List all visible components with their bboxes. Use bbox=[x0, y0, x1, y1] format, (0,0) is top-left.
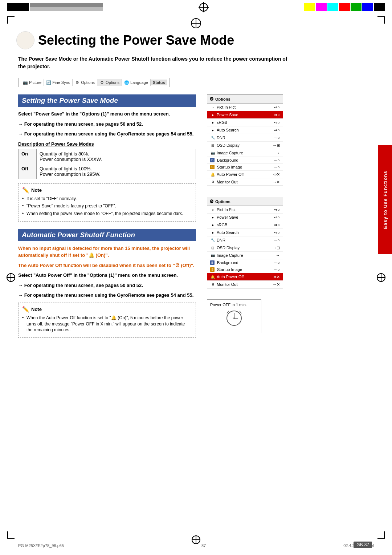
note-list-1: It is set to "OFF" normally. "Power Save… bbox=[22, 196, 192, 217]
power-off-text: Power OFF in 1 min. bbox=[210, 303, 258, 307]
imgcap-label: Image Capture bbox=[217, 151, 243, 155]
opt2-pict-in-pict: ○Pict In Pict ⇔○ bbox=[207, 206, 283, 214]
srgb-icon: ● bbox=[210, 120, 215, 125]
table-on-label: On bbox=[19, 149, 37, 164]
menu-picture[interactable]: 📷 Picture bbox=[21, 79, 44, 86]
svg-point-3 bbox=[233, 317, 235, 319]
section1-title-bar: Setting the Power Save Mode bbox=[18, 94, 196, 107]
pict-controls: ⇔○ bbox=[274, 105, 280, 110]
opt2-imgcap-icon: 📷 bbox=[210, 253, 215, 258]
menu-options1[interactable]: ⚙ Options bbox=[73, 79, 97, 86]
section2-orange-text2: The Auto Power Off function will be disa… bbox=[18, 262, 196, 269]
opt1-monitor-out: 🖥Monitor Out →✕ bbox=[207, 178, 283, 186]
dnr-label: DNR bbox=[217, 135, 225, 140]
desc-heading: Description of Power Save Modes bbox=[18, 141, 196, 147]
options1-icon: ⚙ bbox=[75, 80, 80, 85]
options-icon-1: ⚙ bbox=[209, 96, 214, 102]
pict-label: Pict In Pict bbox=[217, 105, 236, 109]
section2-arrow2: For operating the menu screen using the … bbox=[18, 292, 196, 299]
opt1-auto-search: ●Auto Search ⇔○ bbox=[207, 126, 283, 134]
note-label-1: Note bbox=[31, 187, 42, 193]
top-registration-marks bbox=[0, 0, 392, 15]
opt2-bg-label: Background bbox=[217, 260, 238, 265]
opt1-srgb: ●sRGB ⇔○ bbox=[207, 119, 283, 126]
opt2-ps-controls: ⇔○ bbox=[274, 215, 280, 220]
opt2-power-save: ●Power Save ⇔○ bbox=[207, 214, 283, 221]
note-icon-1: ✏️ bbox=[22, 187, 29, 194]
note-item: It is set to "OFF" normally. bbox=[22, 196, 192, 202]
section1-arrow1: For operating the menu screen, see pages… bbox=[18, 121, 196, 128]
pict-icon: ○ bbox=[210, 105, 215, 110]
opt2-osd-label: OSD Display bbox=[217, 246, 240, 250]
opt1-dnr: 🔧DNR →○ bbox=[207, 134, 283, 142]
menu-status[interactable]: Status bbox=[151, 80, 167, 85]
opt2-apo-icon: 🔔 bbox=[210, 274, 215, 279]
opt2-srgb: ●sRGB ⇔○ bbox=[207, 221, 283, 229]
opt1-power-save: ●Power Save ⇔○ bbox=[207, 111, 283, 119]
bg-controls: →○ bbox=[273, 158, 280, 162]
corner-mark-br bbox=[377, 531, 385, 539]
opt2-imgcap-label: Image Capture bbox=[217, 253, 243, 258]
bg-icon: B bbox=[210, 158, 215, 162]
svg-line-5 bbox=[240, 311, 241, 313]
opt2-monitor-out: 🖥Monitor Out →✕ bbox=[207, 281, 283, 288]
opt2-mo-label: Monitor Out bbox=[217, 282, 237, 287]
section1-arrow2: For operating the menu screen using the … bbox=[18, 130, 196, 138]
corner-mark-tl bbox=[7, 16, 15, 24]
opt2-srgb-icon: ● bbox=[210, 222, 215, 227]
menu-bar: 📷 Picture 🔄 Fine Sync ⚙ Options ⚙ Option… bbox=[18, 78, 170, 87]
picture-icon: 📷 bbox=[23, 80, 28, 85]
page-number: GB-87 bbox=[354, 542, 372, 548]
section2-title-bar: Automatic Power Shutoff Function bbox=[18, 229, 196, 241]
corner-mark-bl bbox=[7, 531, 15, 539]
language-icon: 🌐 bbox=[124, 80, 129, 85]
note-label-2: Note bbox=[31, 307, 42, 312]
imgcap-controls: → bbox=[276, 151, 280, 155]
footer-left: PG-M25X#E#p78_96.p65 bbox=[18, 543, 64, 548]
imgcap-icon: 📷 bbox=[210, 150, 215, 155]
opt2-dnr: 🔧DNR →○ bbox=[207, 236, 283, 244]
clock-icon bbox=[225, 309, 243, 327]
options-panel-1-label: Options bbox=[215, 97, 230, 101]
opt1-auto-power-off: 🔔Auto Power Off ⇔✕ bbox=[207, 171, 283, 178]
corner-mark-tr bbox=[377, 16, 385, 24]
page-title: Selecting the Power Save Mode bbox=[18, 33, 374, 48]
note-item-2: When the Auto Power Off function is set … bbox=[22, 315, 192, 333]
section2-orange-text1: When no input signal is detected for mor… bbox=[18, 245, 196, 259]
on-line1: Quantity of light is 80%. bbox=[40, 151, 193, 157]
opt2-pict-icon: ○ bbox=[210, 207, 215, 212]
note-item: "Power Save" mode is factory preset to "… bbox=[22, 203, 192, 209]
osd-label: OSD Display bbox=[217, 143, 240, 147]
note-box-2: ✏️ Note When the Auto Power Off function… bbox=[18, 303, 196, 338]
table-row: Off Quantity of light is 100%. Power con… bbox=[19, 164, 196, 179]
autosearch-label: Auto Search bbox=[217, 128, 239, 132]
monout-controls: →✕ bbox=[273, 180, 280, 185]
monout-icon: 🖥 bbox=[210, 179, 215, 185]
srgb-controls: ⇔○ bbox=[274, 120, 280, 125]
options2-icon: ⚙ bbox=[99, 80, 105, 85]
main-content: Selecting the Power Save Mode The Power … bbox=[18, 22, 374, 537]
power-off-box: Power OFF in 1 min. bbox=[207, 299, 261, 333]
menu-finesync[interactable]: 🔄 Fine Sync bbox=[44, 79, 73, 86]
intro-text: The Power Save Mode or the Automatic Pow… bbox=[18, 55, 290, 70]
opt2-pict-controls: ⇔○ bbox=[274, 207, 280, 212]
powersave-icon: ● bbox=[210, 112, 215, 117]
menu-options2[interactable]: ⚙ Options bbox=[97, 79, 122, 86]
left-column: Setting the Power Save Mode Select "Powe… bbox=[18, 94, 196, 341]
opt2-dnr-label: DNR bbox=[217, 238, 225, 242]
options-panel-2-label: Options bbox=[215, 199, 230, 204]
page-number-area: GB-87 bbox=[354, 541, 372, 548]
opt2-imgcap-controls: → bbox=[276, 253, 280, 258]
autopoweroff-label: Auto Power Off bbox=[217, 172, 244, 177]
note-icon-2: ✏️ bbox=[22, 306, 29, 313]
section2-heading: Automatic Power Shutoff Function bbox=[22, 231, 135, 239]
opt2-auto-power-off: 🔔Auto Power Off ⇔✕ bbox=[207, 273, 283, 281]
menu-finesync-label: Fine Sync bbox=[52, 80, 70, 85]
opt2-apo-controls: ⇔✕ bbox=[273, 275, 280, 279]
opt1-background: BBackground →○ bbox=[207, 157, 283, 164]
opt2-bg-icon: B bbox=[210, 260, 215, 265]
opt2-srgb-label: sRGB bbox=[217, 223, 227, 227]
menu-language[interactable]: 🌐 Language bbox=[122, 79, 151, 86]
note-list-2: When the Auto Power Off function is set … bbox=[22, 315, 192, 333]
autopoweroff-icon: 🔔 bbox=[210, 172, 215, 177]
